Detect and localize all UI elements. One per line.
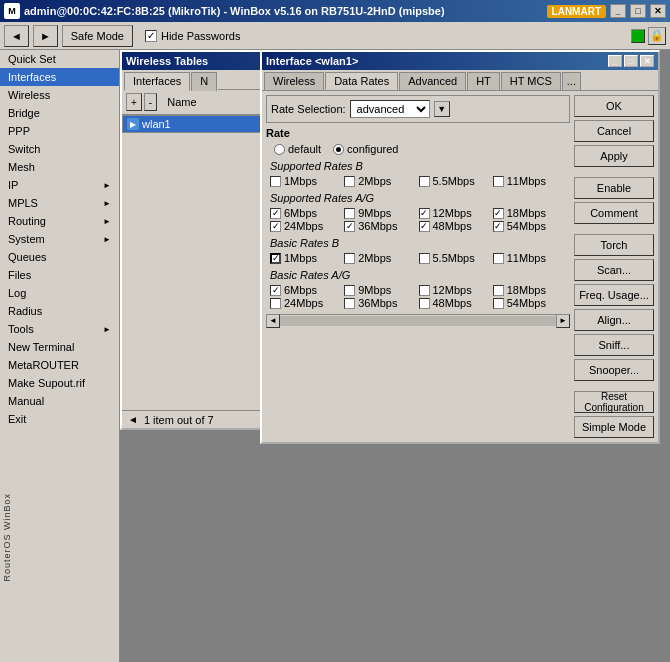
enable-button[interactable]: Enable bbox=[574, 177, 654, 199]
checkbox-basic-54mbps-ag[interactable] bbox=[493, 298, 504, 309]
checkbox-12mbps-ag[interactable] bbox=[419, 208, 430, 219]
rate-54mbps-ag[interactable]: 54Mbps bbox=[493, 220, 566, 232]
tab-advanced[interactable]: Advanced bbox=[399, 72, 466, 90]
basic-36mbps-ag[interactable]: 36Mbps bbox=[344, 297, 417, 309]
forward-button[interactable]: ► bbox=[33, 25, 58, 47]
sidebar-item-interfaces[interactable]: Interfaces bbox=[0, 68, 119, 86]
checkbox-basic-48mbps-ag[interactable] bbox=[419, 298, 430, 309]
rate-18mbps-ag[interactable]: 18Mbps bbox=[493, 207, 566, 219]
scroll-track[interactable] bbox=[280, 316, 556, 326]
checkbox-basic-11mbps-b[interactable] bbox=[493, 253, 504, 264]
checkbox-1mbps-b[interactable] bbox=[270, 176, 281, 187]
sidebar-item-system[interactable]: System ► bbox=[0, 230, 119, 248]
checkbox-basic-24mbps-ag[interactable] bbox=[270, 298, 281, 309]
rate-48mbps-ag[interactable]: 48Mbps bbox=[419, 220, 492, 232]
rate-1mbps-b[interactable]: 1Mbps bbox=[270, 175, 343, 187]
rate-9mbps-ag[interactable]: 9Mbps bbox=[344, 207, 417, 219]
reset-config-button[interactable]: Reset Configuration bbox=[574, 391, 654, 413]
sidebar-item-mpls[interactable]: MPLS ► bbox=[0, 194, 119, 212]
basic-1mbps-b[interactable]: 1Mbps bbox=[270, 252, 343, 264]
basic-12mbps-ag[interactable]: 12Mbps bbox=[419, 284, 492, 296]
checkbox-55mbps-b[interactable] bbox=[419, 176, 430, 187]
radio-default[interactable]: default bbox=[274, 143, 321, 155]
add-button[interactable]: + bbox=[126, 93, 142, 111]
checkbox-basic-9mbps-ag[interactable] bbox=[344, 285, 355, 296]
checkbox-basic-2mbps-b[interactable] bbox=[344, 253, 355, 264]
freq-usage-button[interactable]: Freq. Usage... bbox=[574, 284, 654, 306]
rate-11mbps-b[interactable]: 11Mbps bbox=[493, 175, 566, 187]
sidebar-item-ip[interactable]: IP ► bbox=[0, 176, 119, 194]
checkbox-11mbps-b[interactable] bbox=[493, 176, 504, 187]
sidebar-item-new-terminal[interactable]: New Terminal bbox=[0, 338, 119, 356]
tab-wireless[interactable]: Wireless bbox=[264, 72, 324, 90]
checkbox-basic-18mbps-ag[interactable] bbox=[493, 285, 504, 296]
sidebar-item-routing[interactable]: Routing ► bbox=[0, 212, 119, 230]
dialog-close[interactable]: ✕ bbox=[640, 55, 654, 67]
checkbox-48mbps-ag[interactable] bbox=[419, 221, 430, 232]
checkbox-6mbps-ag[interactable] bbox=[270, 208, 281, 219]
hide-passwords-checkbox[interactable]: ✓ bbox=[145, 30, 157, 42]
basic-11mbps-b[interactable]: 11Mbps bbox=[493, 252, 566, 264]
simple-mode-button[interactable]: Simple Mode bbox=[574, 416, 654, 438]
sidebar-item-make-supout[interactable]: Make Supout.rif bbox=[0, 374, 119, 392]
rate-12mbps-ag[interactable]: 12Mbps bbox=[419, 207, 492, 219]
tab-ht-mcs[interactable]: HT MCS bbox=[501, 72, 561, 90]
rate-6mbps-ag[interactable]: 6Mbps bbox=[270, 207, 343, 219]
rate-selection-dropdown[interactable]: advanced bbox=[350, 100, 430, 118]
lock-icon[interactable]: 🔒 bbox=[648, 27, 666, 45]
sidebar-item-ppp[interactable]: PPP bbox=[0, 122, 119, 140]
tab-n[interactable]: N bbox=[191, 72, 217, 91]
tab-interfaces[interactable]: Interfaces bbox=[124, 72, 190, 91]
checkbox-basic-12mbps-ag[interactable] bbox=[419, 285, 430, 296]
basic-6mbps-ag[interactable]: 6Mbps bbox=[270, 284, 343, 296]
radio-configured[interactable]: configured bbox=[333, 143, 398, 155]
back-button[interactable]: ◄ bbox=[4, 25, 29, 47]
sidebar-item-quickset[interactable]: Quick Set bbox=[0, 50, 119, 68]
checkbox-basic-55mbps-b[interactable] bbox=[419, 253, 430, 264]
rate-24mbps-ag[interactable]: 24Mbps bbox=[270, 220, 343, 232]
maximize-button[interactable]: □ bbox=[630, 4, 646, 18]
rate-dropdown-arrow[interactable]: ▼ bbox=[434, 101, 450, 117]
checkbox-24mbps-ag[interactable] bbox=[270, 221, 281, 232]
checkbox-9mbps-ag[interactable] bbox=[344, 208, 355, 219]
basic-54mbps-ag[interactable]: 54Mbps bbox=[493, 297, 566, 309]
sidebar-item-files[interactable]: Files bbox=[0, 266, 119, 284]
sidebar-item-switch[interactable]: Switch bbox=[0, 140, 119, 158]
sidebar-item-metarouter[interactable]: MetaROUTER bbox=[0, 356, 119, 374]
checkbox-54mbps-ag[interactable] bbox=[493, 221, 504, 232]
scroll-right-btn[interactable]: ► bbox=[556, 314, 570, 328]
rate-55mbps-b[interactable]: 5.5Mbps bbox=[419, 175, 492, 187]
checkbox-basic-6mbps-ag[interactable] bbox=[270, 285, 281, 296]
scan-button[interactable]: Scan... bbox=[574, 259, 654, 281]
snooper-button[interactable]: Snooper... bbox=[574, 359, 654, 381]
torch-button[interactable]: Torch bbox=[574, 234, 654, 256]
apply-button[interactable]: Apply bbox=[574, 145, 654, 167]
dialog-maximize[interactable]: □ bbox=[624, 55, 638, 67]
dialog-minimize[interactable]: _ bbox=[608, 55, 622, 67]
checkbox-36mbps-ag[interactable] bbox=[344, 221, 355, 232]
rate-2mbps-b[interactable]: 2Mbps bbox=[344, 175, 417, 187]
sidebar-item-manual[interactable]: Manual bbox=[0, 392, 119, 410]
scroll-left-btn[interactable]: ◄ bbox=[266, 314, 280, 328]
sidebar-item-exit[interactable]: Exit bbox=[0, 410, 119, 428]
basic-9mbps-ag[interactable]: 9Mbps bbox=[344, 284, 417, 296]
sidebar-item-bridge[interactable]: Bridge bbox=[0, 104, 119, 122]
ok-button[interactable]: OK bbox=[574, 95, 654, 117]
checkbox-basic-36mbps-ag[interactable] bbox=[344, 298, 355, 309]
sidebar-item-log[interactable]: Log bbox=[0, 284, 119, 302]
sidebar-item-radius[interactable]: Radius bbox=[0, 302, 119, 320]
basic-18mbps-ag[interactable]: 18Mbps bbox=[493, 284, 566, 296]
align-button[interactable]: Align... bbox=[574, 309, 654, 331]
sidebar-item-mesh[interactable]: Mesh bbox=[0, 158, 119, 176]
sidebar-item-tools[interactable]: Tools ► bbox=[0, 320, 119, 338]
cancel-button[interactable]: Cancel bbox=[574, 120, 654, 142]
checkbox-basic-1mbps-b[interactable] bbox=[270, 253, 281, 264]
rate-36mbps-ag[interactable]: 36Mbps bbox=[344, 220, 417, 232]
sidebar-item-queues[interactable]: Queues bbox=[0, 248, 119, 266]
radio-default-btn[interactable] bbox=[274, 144, 285, 155]
basic-48mbps-ag[interactable]: 48Mbps bbox=[419, 297, 492, 309]
close-button[interactable]: ✕ bbox=[650, 4, 666, 18]
sidebar-item-wireless[interactable]: Wireless bbox=[0, 86, 119, 104]
basic-24mbps-ag[interactable]: 24Mbps bbox=[270, 297, 343, 309]
checkbox-2mbps-b[interactable] bbox=[344, 176, 355, 187]
